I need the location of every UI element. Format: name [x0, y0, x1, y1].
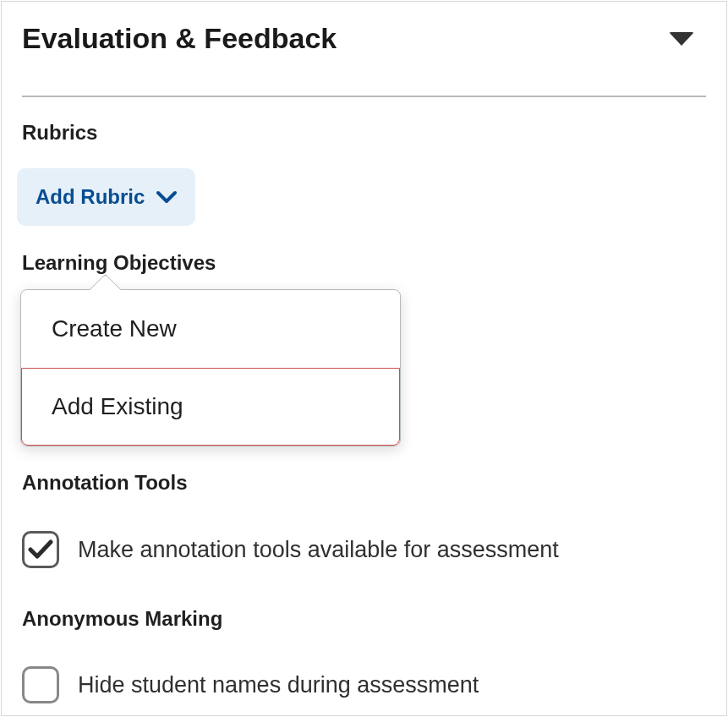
check-icon [28, 539, 53, 561]
rubrics-label: Rubrics [22, 121, 706, 145]
anonymous-checkbox-row: Hide student names during assessment [22, 666, 698, 703]
chevron-down-icon [156, 190, 177, 204]
add-rubric-button[interactable]: Add Rubric [17, 168, 195, 226]
panel-header: Evaluation & Feedback [22, 15, 706, 72]
divider [22, 96, 706, 97]
dropdown-item-create-new[interactable]: Create New [21, 290, 400, 368]
anonymous-marking-label: Anonymous Marking [22, 607, 698, 631]
annotation-checkbox[interactable] [22, 531, 59, 568]
dropdown-item-add-existing[interactable]: Add Existing [21, 368, 400, 446]
panel-title: Evaluation & Feedback [22, 22, 337, 55]
learning-objectives-label: Learning Objectives [22, 251, 706, 275]
anonymous-checkbox[interactable] [22, 666, 59, 703]
annotation-checkbox-label: Make annotation tools available for asse… [78, 537, 559, 563]
anonymous-checkbox-label: Hide student names during assessment [78, 672, 479, 698]
collapse-caret-icon[interactable] [669, 32, 694, 46]
annotation-tools-label: Annotation Tools [22, 471, 698, 495]
add-rubric-button-label: Add Rubric [36, 185, 145, 209]
add-rubric-dropdown: Create New Add Existing [20, 289, 401, 446]
evaluation-feedback-panel: Evaluation & Feedback Rubrics Add Rubric… [1, 1, 727, 716]
annotation-checkbox-row: Make annotation tools available for asse… [22, 531, 698, 568]
